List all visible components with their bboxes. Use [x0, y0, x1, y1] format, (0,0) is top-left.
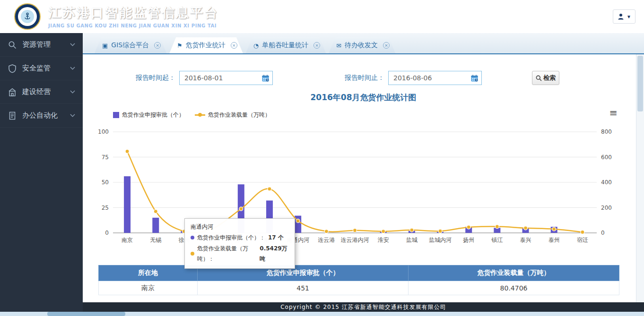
svg-text:盐城: 盐城 — [406, 237, 418, 243]
brand: 江苏港口智能监管信息平台 JIANG SU GANG KOU ZHI NENG … — [48, 4, 218, 28]
svg-text:600: 600 — [601, 154, 612, 161]
pie-icon: ◔ — [253, 42, 259, 49]
svg-text:400: 400 — [601, 179, 612, 186]
search-button-label: 检索 — [543, 74, 556, 82]
svg-text:南京: 南京 — [122, 237, 133, 243]
caret-down-icon: ▼ — [627, 14, 631, 19]
chart-legend: 危货作业申报审批（个） 危货作业装载量（万吨） ≡ — [113, 110, 644, 120]
anchor-icon — [23, 12, 32, 21]
sidebar-item-label: 建设经营 — [22, 87, 51, 96]
building-icon — [8, 87, 17, 97]
flag-icon: ⚑ — [177, 42, 183, 49]
vertical-scrollbar-thumb[interactable] — [637, 56, 643, 111]
chevron-down-icon — [70, 114, 75, 117]
svg-text:连云港: 连云港 — [318, 237, 335, 243]
calendar-icon[interactable] — [467, 71, 481, 85]
tab-pending-documents[interactable]: ✉ 待办收发文 × — [329, 37, 395, 53]
legend-label: 危货作业申报审批（个） — [122, 111, 184, 119]
chevron-down-icon — [70, 90, 75, 94]
footer: Copyright © 2015 江苏省新通智能交通科技发展有限公司 — [83, 302, 644, 312]
sidebar: 资源管理 安全监管 建设经营 办公自动化 — [0, 33, 83, 312]
port-logo-icon — [14, 3, 41, 30]
calendar-icon[interactable] — [258, 71, 272, 85]
welcome-text: 朱培德，欢迎您！ — [553, 12, 606, 21]
svg-text:无锡: 无锡 — [150, 237, 161, 243]
horizontal-scrollbar[interactable] — [0, 312, 644, 316]
svg-text:扬州: 扬州 — [462, 237, 474, 243]
tab-ship-throughput-stats[interactable]: ◔ 单船吞吐量统计 × — [246, 37, 326, 53]
start-date-value: 2016-08-01 — [180, 74, 258, 82]
svg-text:镇江: 镇江 — [491, 237, 503, 243]
tab-label: 危货作业统计 — [186, 41, 226, 50]
legend-label: 危货作业装载量（万吨） — [208, 111, 270, 119]
col-load: 危货作业装载量（万吨） — [409, 265, 619, 281]
tooltip-value: 0.5429万吨 — [260, 243, 289, 265]
chart-title: 2016年08月危货作业统计图 — [83, 92, 644, 102]
sidebar-item-label: 资源管理 — [22, 40, 51, 49]
sidebar-item-construction[interactable]: 建设经营 — [0, 80, 83, 104]
copyright-text: Copyright © 2015 江苏省新通智能交通科技发展有限公司 — [280, 303, 446, 311]
sidebar-item-label: 办公自动化 — [22, 111, 58, 120]
cell-load: 80.4706 — [409, 281, 619, 295]
bar-series-dot-icon — [191, 236, 194, 239]
tab-label: 待办收发文 — [345, 41, 378, 50]
stats-table: 所在地 危货作业申报审批（个） 危货作业装载量（万吨） 南京 451 80.47… — [98, 265, 619, 295]
chevron-down-icon — [70, 67, 75, 70]
svg-text:泰州: 泰州 — [548, 237, 560, 243]
tab-gis-platform[interactable]: ▣ GIS综合平台 × — [95, 37, 166, 53]
close-icon[interactable]: × — [154, 42, 161, 49]
svg-text:200: 200 — [601, 205, 612, 211]
sidebar-item-resources[interactable]: 资源管理 — [0, 33, 83, 57]
svg-text:100: 100 — [98, 128, 109, 135]
vertical-scrollbar[interactable] — [636, 54, 644, 302]
table-row: 南京 451 80.4706 — [99, 281, 619, 295]
start-date-input[interactable]: 2016-08-01 — [179, 71, 273, 85]
svg-text:淮安: 淮安 — [378, 237, 389, 243]
bar-swatch-icon — [113, 112, 119, 118]
tooltip-value: 17 个 — [268, 232, 284, 243]
svg-text:75: 75 — [102, 154, 109, 161]
sidebar-item-label: 安全监管 — [22, 64, 51, 73]
horizontal-scrollbar-thumb[interactable] — [47, 312, 125, 316]
close-icon[interactable]: × — [383, 42, 390, 49]
document-icon — [8, 111, 17, 120]
svg-text:0: 0 — [105, 230, 109, 236]
chart-tooltip: 南通内河 危货作业申报审批（个）：17 个 危货作业装载量（万吨）：0.5429… — [184, 218, 295, 269]
chart-menu-icon[interactable]: ≡ — [609, 108, 618, 118]
table-header-row: 所在地 危货作业申报审批（个） 危货作业装载量（万吨） — [99, 265, 619, 281]
tab-dangerous-cargo-stats[interactable]: ⚑ 危货作业统计 × — [169, 37, 243, 53]
chart-area: 危货作业申报审批（个） 危货作业装载量（万吨） ≡ 02550751000200… — [83, 110, 644, 244]
search-button[interactable]: 检索 — [532, 71, 559, 85]
tooltip-row: 危货作业装载量（万吨）：0.5429万吨 — [191, 243, 289, 265]
tooltip-label: 危货作业装载量（万吨）： — [197, 243, 257, 265]
legend-item-bar[interactable]: 危货作业申报审批（个） — [113, 111, 184, 119]
tooltip-row: 危货作业申报审批（个）：17 个 — [191, 232, 289, 243]
sidebar-item-safety[interactable]: 安全监管 — [0, 57, 83, 80]
close-icon[interactable]: × — [231, 42, 237, 49]
svg-text:盐城内河: 盐城内河 — [429, 237, 452, 243]
user-menu-button[interactable]: ▼ — [613, 9, 635, 24]
svg-text:800: 800 — [601, 128, 612, 135]
magnifier-icon — [8, 40, 17, 50]
svg-text:50: 50 — [102, 179, 109, 186]
app-header: 江苏港口智能监管信息平台 JIANG SU GANG KOU ZHI NENG … — [0, 0, 644, 33]
header-right: 朱培德，欢迎您！ ▼ — [553, 0, 635, 33]
tab-label: 单船吞吐量统计 — [262, 41, 308, 50]
svg-text:25: 25 — [102, 205, 109, 211]
sidebar-item-office-automation[interactable]: 办公自动化 — [0, 104, 83, 128]
filter-row: 报告时间起： 2016-08-01 报告时间止： 2016-08-06 — [83, 70, 644, 85]
chevron-down-icon — [70, 43, 75, 46]
end-date-input[interactable]: 2016-08-06 — [388, 71, 482, 85]
close-icon[interactable]: × — [313, 42, 320, 49]
combo-chart-canvas[interactable]: 02550751000200400600800南京无锡徐州常州苏州南通南通内河连… — [88, 125, 618, 244]
app-title: 江苏港口智能监管信息平台 — [48, 4, 218, 21]
shield-icon — [8, 64, 17, 73]
cell-location: 南京 — [99, 281, 198, 295]
svg-text:宿迁: 宿迁 — [577, 237, 588, 243]
svg-text:连云港内河: 连云港内河 — [341, 237, 369, 243]
mail-icon: ✉ — [336, 42, 341, 49]
legend-item-line[interactable]: 危货作业装载量（万吨） — [195, 111, 270, 119]
col-location: 所在地 — [99, 265, 198, 281]
line-swatch-icon — [195, 114, 205, 116]
tooltip-title: 南通内河 — [191, 222, 289, 232]
